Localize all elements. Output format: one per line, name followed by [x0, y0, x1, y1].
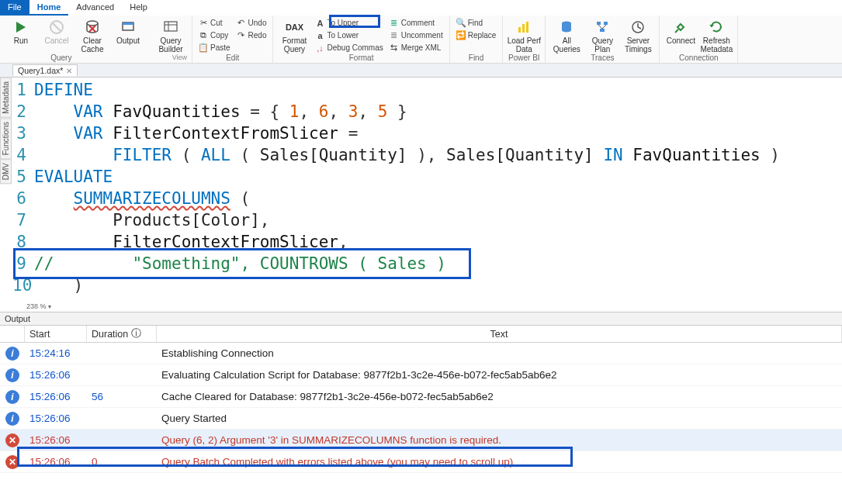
- comment-button[interactable]: ≣Comment: [388, 17, 445, 29]
- info-icon: ⓘ: [131, 327, 141, 340]
- ribbon: Run Cancel Clear Cache Output Query Buil…: [0, 16, 842, 64]
- clipboard-icon: 📋: [199, 43, 208, 53]
- info-icon: i: [5, 347, 19, 361]
- chevron-down-icon: ▾: [48, 303, 51, 310]
- replace-icon: 🔁: [456, 31, 466, 40]
- query-plan-button[interactable]: Query Plan: [586, 17, 619, 54]
- format-query-button[interactable]: DAX Format Query: [278, 17, 310, 54]
- svg-line-22: [638, 27, 641, 29]
- output-row[interactable]: i15:24:16Establishing Connection: [0, 343, 842, 364]
- uncomment-button[interactable]: ≣Uncomment: [388, 29, 445, 41]
- output-row[interactable]: ✕15:26:060Query Batch Completed with err…: [0, 451, 842, 473]
- clear-cache-icon: [84, 19, 101, 36]
- all-queries-button[interactable]: All Queries: [550, 17, 583, 54]
- row-start: 15:26:06: [25, 413, 87, 424]
- undo-icon: ↶: [237, 19, 246, 28]
- connect-button[interactable]: Connect: [664, 17, 697, 45]
- output-row[interactable]: i15:26:06Query Started: [0, 408, 842, 430]
- side-metadata[interactable]: Metadata: [0, 78, 12, 118]
- copy-icon: ⧉: [199, 31, 208, 40]
- lower-icon: a: [315, 31, 324, 40]
- error-icon: ✕: [5, 433, 19, 447]
- info-icon: i: [5, 390, 19, 404]
- find-button[interactable]: 🔍Find: [455, 17, 498, 29]
- dax-icon: DAX: [286, 19, 303, 36]
- side-functions[interactable]: Functions: [0, 118, 12, 159]
- zoom-level[interactable]: 238 % ▾: [12, 301, 842, 312]
- redo-icon: ↷: [237, 31, 246, 40]
- menubar: File Home Advanced Help: [0, 0, 842, 16]
- query-builder-button[interactable]: Query Builder: [154, 17, 187, 54]
- clear-cache-button[interactable]: Clear Cache: [76, 17, 109, 54]
- svg-line-18: [598, 25, 602, 29]
- comment-icon: ≣: [390, 19, 399, 28]
- group-edit: ✂Cut ⧉Copy 📋Paste ↶Undo ↷Redo Edit: [192, 16, 273, 63]
- side-dmv[interactable]: DMV: [0, 159, 12, 184]
- cancel-button: Cancel: [40, 17, 73, 45]
- group-find: 🔍Find 🔁Replace Find: [450, 16, 504, 63]
- output-panel-header: Output: [0, 312, 842, 326]
- close-icon[interactable]: ✕: [66, 67, 72, 75]
- output-button[interactable]: Output: [112, 17, 144, 45]
- col-text[interactable]: Text: [157, 326, 842, 342]
- row-text: Query Batch Completed with errors listed…: [157, 456, 842, 468]
- paste-button[interactable]: 📋Paste: [197, 42, 232, 54]
- search-icon: 🔍: [456, 19, 466, 28]
- to-lower-button[interactable]: aTo Lower: [314, 29, 384, 41]
- svg-point-3: [87, 21, 98, 26]
- info-icon: i: [5, 412, 19, 426]
- debug-commas-button[interactable]: ,↓Debug Commas: [314, 42, 384, 54]
- svg-rect-11: [518, 27, 521, 33]
- row-start: 15:26:06: [25, 391, 87, 402]
- server-timings-button[interactable]: Server Timings: [622, 17, 654, 54]
- cancel-icon: [48, 19, 65, 36]
- play-icon: [12, 19, 29, 36]
- row-text: Cache Cleared for Database: 9877f2b1-3c2…: [157, 391, 842, 402]
- group-label-powerbi: Power BI: [508, 54, 540, 63]
- replace-button[interactable]: 🔁Replace: [455, 29, 498, 41]
- cut-button[interactable]: ✂Cut: [197, 17, 232, 29]
- group-label-connection: Connection: [664, 54, 733, 63]
- output-row[interactable]: ✕15:26:06Query (6, 2) Argument '3' in SU…: [0, 430, 842, 451]
- menu-advanced[interactable]: Advanced: [68, 0, 122, 16]
- to-upper-button[interactable]: ATo Upper: [314, 17, 384, 29]
- svg-rect-13: [526, 22, 528, 33]
- refresh-icon: [708, 19, 725, 36]
- col-start[interactable]: Start: [25, 326, 87, 342]
- group-label-query: QueryView: [5, 54, 187, 63]
- scissors-icon: ✂: [199, 19, 208, 28]
- clock-icon: [629, 19, 646, 36]
- copy-button[interactable]: ⧉Copy: [197, 29, 232, 41]
- merge-icon: ⇆: [390, 43, 399, 53]
- comma-icon: ,↓: [315, 43, 324, 53]
- document-tab[interactable]: Query1.dax* ✕: [12, 64, 78, 76]
- run-button[interactable]: Run: [5, 17, 37, 45]
- row-duration: 56: [87, 391, 157, 402]
- output-row[interactable]: i15:26:06Evaluating Calculation Script f…: [0, 364, 842, 386]
- row-start: 15:26:06: [25, 434, 87, 446]
- menu-home[interactable]: Home: [29, 0, 69, 16]
- error-icon: ✕: [5, 455, 19, 469]
- code-editor[interactable]: 1DEFINE 2 VAR FavQuantities = { 1, 6, 3,…: [12, 78, 842, 301]
- row-text: Establishing Connection: [157, 347, 842, 359]
- menu-file[interactable]: File: [0, 0, 29, 16]
- document-tab-label: Query1.dax*: [18, 66, 63, 75]
- row-text: Evaluating Calculation Script for Databa…: [157, 369, 842, 381]
- undo-button[interactable]: ↶Undo: [235, 17, 269, 29]
- svg-rect-12: [522, 24, 525, 33]
- redo-button[interactable]: ↷Redo: [235, 29, 269, 41]
- group-label-find: Find: [455, 54, 498, 63]
- col-duration[interactable]: Duration ⓘ: [87, 326, 157, 342]
- svg-marker-24: [709, 25, 714, 27]
- load-perf-button[interactable]: Load Perf Data: [508, 17, 540, 54]
- refresh-metadata-button[interactable]: Refresh Metadata: [700, 17, 733, 54]
- output-row[interactable]: i15:26:0656Cache Cleared for Database: 9…: [0, 386, 842, 408]
- svg-rect-8: [165, 22, 177, 31]
- group-format: DAX Format Query ATo Upper aTo Lower ,↓D…: [273, 16, 449, 63]
- svg-rect-7: [123, 22, 133, 25]
- plug-icon: [672, 19, 689, 36]
- merge-xml-button[interactable]: ⇆Merge XML: [388, 42, 445, 54]
- svg-line-2: [53, 23, 61, 31]
- menu-help[interactable]: Help: [122, 0, 155, 16]
- group-traces: All Queries Query Plan Server Timings Tr…: [546, 16, 660, 63]
